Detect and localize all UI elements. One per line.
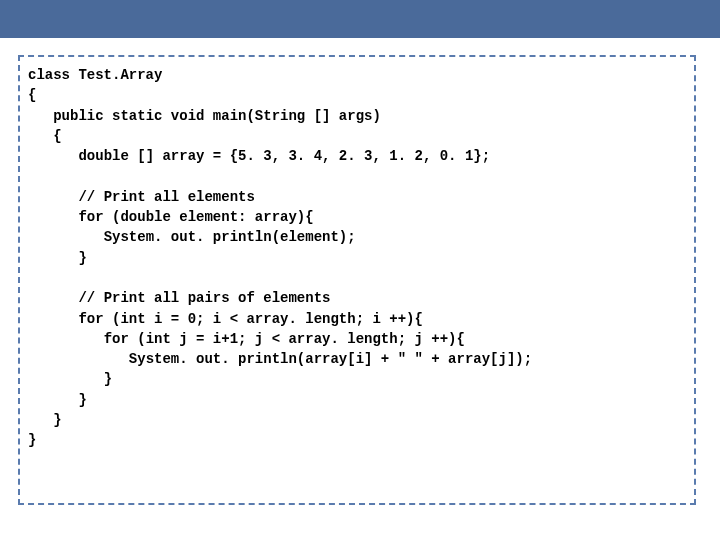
code-container: class Test.Array { public static void ma… — [18, 55, 696, 505]
code-block: class Test.Array { public static void ma… — [28, 65, 682, 451]
header-bar — [0, 0, 720, 38]
